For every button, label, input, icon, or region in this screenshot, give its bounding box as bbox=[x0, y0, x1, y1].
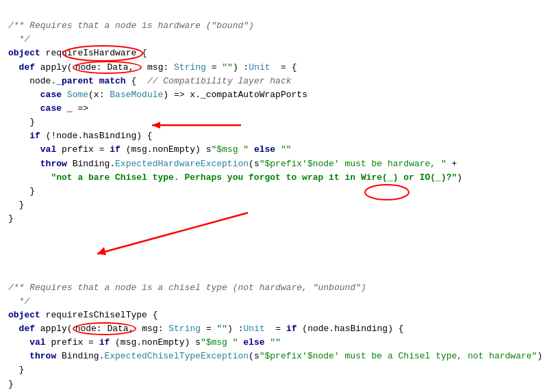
line-match: node._parent match { // Compatibility la… bbox=[8, 76, 292, 86]
line-throw3: throw Binding.ExpectedChiselTypeExceptio… bbox=[8, 351, 542, 361]
line-if: if (!node.hasBinding) { bbox=[8, 131, 153, 141]
line-close2: } bbox=[8, 186, 35, 196]
line-close1: } bbox=[8, 117, 35, 127]
line-close3: } bbox=[8, 200, 24, 210]
line-close4: } bbox=[8, 213, 14, 224]
code-block-1: /** Requires that a node is hardware ("b… bbox=[8, 5, 548, 239]
line-comment2: */ bbox=[8, 34, 29, 44]
line-obj: object requireIsHardware { bbox=[8, 48, 147, 58]
code-viewer: /** Requires that a node is hardware ("b… bbox=[8, 5, 548, 392]
code-block-2: /** Requires that a node is a chisel typ… bbox=[8, 267, 548, 392]
line-comment1: /** Requires that a node is hardware ("b… bbox=[8, 21, 254, 31]
section-spacer bbox=[8, 249, 548, 261]
line-val: val prefix = if (msg.nonEmpty) s"$msg " … bbox=[8, 144, 292, 155]
line-case2: case _ => bbox=[8, 103, 88, 114]
line-def: def apply(node: Data, msg: String = "") … bbox=[8, 61, 297, 74]
line-close6: } bbox=[8, 379, 14, 389]
line-obj2: object requireIsChiselType { bbox=[8, 310, 157, 320]
line-close5: } bbox=[8, 365, 24, 375]
line-throw1: throw Binding.ExpectedHardwareException(… bbox=[8, 159, 457, 169]
section-require-is-hardware: /** Requires that a node is hardware ("b… bbox=[8, 5, 548, 239]
section-require-is-chisel-type: /** Requires that a node is a chisel typ… bbox=[8, 267, 548, 392]
line-def2: def apply(node: Data, msg: String = "") … bbox=[8, 322, 404, 335]
line-val2: val prefix = if (msg.nonEmpty) s"$msg " … bbox=[8, 337, 281, 348]
line-throw2: "not a bare Chisel type. Perhaps you for… bbox=[8, 172, 462, 183]
line-comment3: /** Requires that a node is a chisel typ… bbox=[8, 283, 366, 293]
line-case1: case Some(x: BaseModule) => x._compatAut… bbox=[8, 90, 307, 100]
line-comment4: */ bbox=[8, 296, 29, 306]
